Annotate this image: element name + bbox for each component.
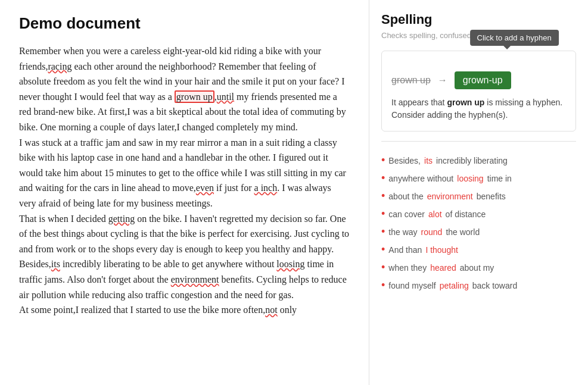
paragraph-1: Remember when you were a careless eight-… [19,43,350,135]
tooltip: Click to add a hyphen [470,30,559,46]
paragraph-4: At some point,I realized that I started … [19,302,350,318]
issue-highlight: heared [430,263,456,273]
spell-loosing: loosing [276,259,304,269]
issue-item[interactable]: found myself petaling back toward [381,276,576,294]
issue-prefix: about the [388,192,423,201]
correction-row: grown up → grown-up [391,71,566,89]
issue-item[interactable]: the way round the world [381,223,576,240]
issue-highlight: its [424,156,433,165]
spell-until: until [217,92,234,102]
issue-highlight: alot [428,209,442,219]
issue-list: Besides,its incredibly liberatinganywher… [381,151,576,294]
issue-prefix: the way [388,227,417,237]
issue-highlight: loosing [457,174,483,183]
divider [381,141,576,142]
spell-environment: environment [171,274,219,284]
issue-item[interactable]: And than I thought [381,240,576,258]
issue-prefix: found myself [388,281,435,290]
new-word-button[interactable]: grown-up [455,71,511,89]
issue-suffix: time in [487,174,512,183]
spell-ainch: a inch [254,183,278,193]
spelling-panel: Spelling Checks spelling, confused words… [369,0,588,385]
issue-prefix: can cover [388,209,425,219]
issue-suffix: the world [446,227,480,237]
explanation-before: It appears that [391,98,447,107]
paragraph-2: I was stuck at a traffic jam and saw in … [19,135,350,211]
explanation: It appears that grown up is missing a hy… [391,96,566,121]
suggestion-box: Click to add a hyphen grown up → grown-u… [381,51,576,132]
issue-highlight: petaling [440,281,469,290]
issue-item[interactable]: when they heared about my [381,258,576,276]
issue-suffix: back toward [472,281,517,290]
issue-suffix: incredibly liberating [436,156,508,165]
spell-even: even [196,183,214,193]
issue-item[interactable]: can cover alot of distance [381,205,576,223]
spell-racing: racing [48,61,71,71]
issue-prefix: Besides, [388,156,421,165]
issue-highlight: I thought [425,245,458,255]
document-title: Demo document [19,14,350,33]
issue-prefix: when they [388,263,427,273]
spell-getting: getting [108,214,135,224]
spelling-title: Spelling [381,12,576,27]
issue-highlight: round [421,227,443,237]
issue-suffix: of distance [446,209,486,219]
spell-grownup: grown up [175,90,214,103]
old-word: grown up [391,75,431,86]
document-body: Remember when you were a careless eight-… [19,43,350,318]
spell-its: its [51,259,60,269]
issue-item[interactable]: anywhere without loosing time in [381,169,576,187]
correction-arrow: → [438,75,447,86]
spell-not: not [265,305,277,315]
issue-item[interactable]: Besides,its incredibly liberating [381,151,576,169]
issue-suffix: about my [460,263,494,273]
explanation-bold: grown up [447,98,484,107]
issue-item[interactable]: about the environment benefits [381,187,576,205]
issue-prefix: anywhere without [388,174,453,183]
paragraph-3: That is when I decided getting on the bi… [19,211,350,303]
issue-highlight: environment [427,192,473,201]
issue-prefix: And than [388,245,422,255]
issue-suffix: benefits [477,192,506,201]
document-panel: Demo document Remember when you were a c… [0,0,369,385]
